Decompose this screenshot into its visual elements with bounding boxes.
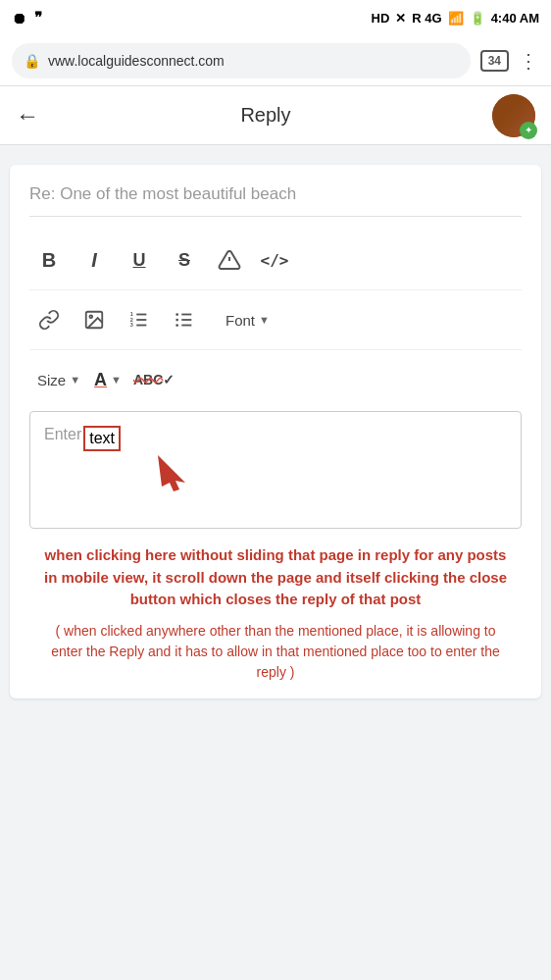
hd-label: HD — [372, 11, 390, 26]
url-bar[interactable]: 🔒 vww.localguidesconnect.com — [12, 43, 471, 78]
signal-x-icon: ✕ — [395, 11, 406, 26]
reply-card: Re: One of the most beautiful beach B I … — [10, 165, 541, 698]
svg-point-13 — [175, 313, 178, 316]
toolbar-divider-2 — [29, 349, 522, 350]
ordered-list-button[interactable]: 1 2 3 — [120, 300, 159, 339]
strikethrough-button[interactable]: S — [165, 240, 204, 280]
toolbar-row-3: Size ▼ A ▼ ABC ✓ — [29, 356, 522, 403]
avatar-badge: ✦ — [520, 122, 537, 139]
app-header: ← Reply ✦ — [0, 86, 551, 145]
link-button[interactable] — [29, 300, 69, 339]
text-input-area[interactable]: Enter text — [29, 411, 522, 529]
spacer — [0, 145, 551, 165]
signal-icon: 📶 — [448, 11, 464, 26]
quote-icon: ❞ — [34, 9, 42, 26]
time-display: 4:40 AM — [491, 11, 539, 26]
url-text: vww.localguidesconnect.com — [48, 53, 225, 69]
italic-button[interactable]: I — [75, 240, 114, 280]
size-dropdown-arrow: ▼ — [70, 374, 80, 386]
underline-button[interactable]: U — [120, 240, 159, 280]
font-color-button[interactable]: A ▼ — [94, 370, 122, 390]
browser-bar: 🔒 vww.localguidesconnect.com 34 ⋮ — [0, 35, 551, 86]
lock-icon: 🔒 — [24, 53, 40, 69]
toolbar: B I U S </> — [29, 236, 522, 403]
checkmark-icon: ✓ — [163, 372, 175, 387]
size-dropdown-button[interactable]: Size ▼ — [29, 368, 88, 392]
font-dropdown-button[interactable]: Font ▼ — [218, 308, 277, 333]
status-right-info: HD ✕ R 4G 📶 🔋 4:40 AM — [372, 11, 540, 26]
network-label: R 4G — [412, 11, 441, 26]
code-button[interactable]: </> — [255, 240, 294, 280]
font-label: Font — [225, 312, 255, 329]
font-dropdown-arrow: ▼ — [259, 314, 270, 326]
music-icon: ⏺ — [12, 10, 26, 26]
svg-point-14 — [175, 319, 178, 322]
status-left-icons: ⏺ ❞ — [12, 9, 42, 26]
status-bar: ⏺ ❞ HD ✕ R 4G 📶 🔋 4:40 AM — [0, 0, 551, 35]
tab-count[interactable]: 34 — [480, 50, 509, 72]
avatar[interactable]: ✦ — [492, 94, 535, 137]
toolbar-row-2: 1 2 3 Font ▼ — [29, 296, 522, 343]
spellcheck-label: ABC — [133, 372, 163, 387]
cursor-highlight-text: text — [83, 426, 121, 451]
unordered-list-button[interactable] — [165, 300, 204, 339]
svg-point-3 — [89, 315, 92, 318]
text-cursor-area: Enter text — [44, 426, 507, 451]
battery-icon: 🔋 — [470, 11, 485, 26]
toolbar-divider-1 — [29, 289, 522, 290]
spellcheck-button[interactable]: ABC ✓ — [127, 360, 180, 399]
svg-point-15 — [175, 324, 178, 327]
warning-button[interactable] — [210, 240, 249, 280]
font-color-a-icon: A — [94, 370, 107, 390]
annotation-main-text: when clicking here without sliding that … — [29, 544, 522, 611]
bold-button[interactable]: B — [29, 240, 69, 280]
toolbar-row-1: B I U S </> — [29, 236, 522, 284]
browser-menu-button[interactable]: ⋮ — [519, 49, 539, 73]
annotation-secondary-text: ( when clicked anywhere other than the m… — [29, 621, 522, 683]
subject-line: Re: One of the most beautiful beach — [29, 184, 522, 217]
size-label: Size — [37, 372, 66, 388]
svg-text:3: 3 — [130, 322, 133, 328]
page-title: Reply — [240, 104, 290, 127]
font-color-dropdown-arrow: ▼ — [111, 374, 122, 386]
star-icon: ✦ — [525, 125, 532, 135]
image-button[interactable] — [75, 300, 114, 339]
enter-placeholder: Enter — [44, 426, 81, 443]
back-button[interactable]: ← — [16, 102, 39, 129]
cursor-arrow-indicator — [148, 445, 197, 494]
